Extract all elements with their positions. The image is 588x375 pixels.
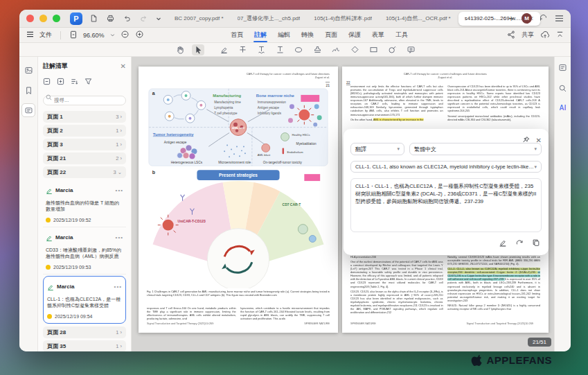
properties-panel-icon[interactable] [558,62,567,75]
squiggly-underline-tool-icon[interactable] [255,44,267,55]
menu-tab-1[interactable]: 註解 [251,28,270,42]
svg-text:CD7 CAR-T: CD7 CAR-T [283,203,301,207]
fit-page-icon[interactable] [69,30,78,40]
account-avatar[interactable]: M [522,13,532,24]
page-group-row[interactable]: 頁面 21 › [43,125,126,137]
close-window-button[interactable] [26,15,34,22]
menu-tab-7[interactable]: 工具 [392,28,411,42]
page-group-row[interactable]: 頁面 351 › [43,340,126,352]
bookmarks-panel-icon[interactable] [21,83,35,97]
panel-title: 註解清單 [43,62,68,71]
share-label[interactable]: 共享 [522,30,534,40]
page-group-row[interactable]: 頁面 212 › [43,152,126,164]
menu-tab-0[interactable]: 首頁 [227,28,247,42]
card-more-icon[interactable]: ••• [116,187,123,193]
sort-list-icon[interactable] [71,76,78,88]
card-more-icon[interactable]: ••• [116,234,123,241]
translation-popup: ✕ 翻譯▾ 繁體中文▾ CLL-1. CLL-1, also known as … [344,129,549,255]
zoom-out-icon[interactable] [121,30,130,40]
traffic-lights [26,15,60,22]
share-icon[interactable] [507,30,515,40]
new-tab-button[interactable]: + [505,12,517,25]
oval-tool-icon[interactable] [292,44,305,55]
svg-text:Present strategies: Present strategies [219,173,258,178]
main-menu-icon[interactable] [555,12,564,25]
highlight-color-dot [46,218,51,223]
copy-icon[interactable] [532,237,540,250]
highlight-color-dot [46,265,51,270]
document-tab[interactable]: 105(1-4)自然..._OCR.pdf * [380,12,457,26]
svg-text:Immunosuppression: Immunosuppression [258,101,286,104]
expand-all-icon[interactable] [57,76,64,88]
select-tool-icon[interactable] [192,44,204,55]
document-tab[interactable]: 105(1-4)自然科課本.pdf [308,12,378,26]
undo-icon[interactable] [123,14,132,23]
print-icon[interactable] [106,14,115,23]
filter-icon[interactable] [84,76,92,88]
search-input[interactable] [43,96,126,105]
document-tab[interactable]: 07_選修化學上..._ch5.pdf [231,12,307,26]
document-tab[interactable]: BC 2007_copy.pdf * [168,12,230,26]
pdf-view[interactable]: CAR-T cell therapy for cancer: current c… [132,57,554,351]
close-panel-icon[interactable]: ✕ [121,62,126,70]
annotation-card[interactable]: Marcia•••急性髓性白血病的特徵是 T 細胞的數量增加2025/12/19… [43,180,126,227]
svg-text:Heterogeneous LSCs: Heterogeneous LSCs [171,161,203,164]
underline-tool-icon[interactable] [274,44,286,55]
file-menu-icon[interactable] [26,31,34,39]
cloud-upload-icon[interactable] [540,30,550,40]
minimize-window-button[interactable] [39,15,47,22]
history-caret-icon[interactable] [156,16,161,21]
annotation-card[interactable]: Marcia•••CD33：唾液酸殘基刺激，約85%的急性髓性白血病（AML）病… [43,227,126,274]
page-group-row[interactable]: 頁面 13 › [43,111,126,123]
mode-select[interactable]: 翻譯▾ [350,143,404,155]
collapse-all-icon[interactable] [43,76,51,88]
highlight-annotation-icon [47,281,54,293]
annotations-panel-icon[interactable] [21,103,35,117]
ai-assistant-button[interactable]: AI [560,104,567,112]
highlight-action-icon[interactable] [499,237,507,250]
zoom-window-button[interactable] [53,15,60,22]
pin-icon[interactable] [522,134,530,146]
thumbnails-panel-icon[interactable] [21,63,35,77]
stamp-tool-icon[interactable] [311,44,323,55]
strikethrough-tool-icon[interactable] [236,44,249,55]
page-group-row[interactable]: 頁面 281 › [43,326,126,338]
redo-icon[interactable] [139,14,148,23]
chevron-down-icon: ▾ [397,146,400,152]
collapse-toolbar-icon[interactable] [556,31,564,40]
freehand-tool-icon[interactable] [386,44,398,55]
refresh-icon[interactable] [515,237,524,250]
annotation-list-panel: 註解清單 ✕ 頁面 13 ›頁面 21 ›頁面 31 ›頁面 212 ›頁面 2… [38,57,132,351]
svg-text:a: a [152,91,155,96]
zoom-caret-icon[interactable] [110,32,115,39]
zoom-level-value[interactable]: 96.60% [83,32,105,39]
close-popup-icon[interactable]: ✕ [536,137,542,144]
open-document-icon[interactable] [89,14,98,23]
page-group-row[interactable]: 頁面 223 ⌄ [43,166,126,178]
shape-tool-icon[interactable] [348,44,361,55]
menu-tab-2[interactable]: 編輯 [274,28,294,42]
source-text-field[interactable]: CLL-1. CLL-1, also known as CLEC12A, mye… [350,161,542,173]
menu-tab-4[interactable]: 頁面 [321,28,341,42]
desktop: APPLEFANS P BC 2007_copy.pdf *07_選修化學上..… [0,0,588,375]
divider [60,31,61,40]
page-group-row[interactable]: 頁面 31 › [43,139,126,150]
menu-tab-3[interactable]: 轉換 [298,28,317,42]
zoom-in-icon[interactable] [135,30,144,40]
highlight-tool-icon[interactable] [217,44,230,55]
rectangle-tool-icon[interactable] [367,44,380,55]
annotation-search [43,92,126,105]
signature-tool-icon[interactable] [330,44,342,55]
svg-text:b: b [152,170,155,175]
search-document-icon[interactable] [558,83,567,96]
card-more-icon[interactable]: ••• [114,284,122,290]
menu-tab-6[interactable]: 表單 [368,28,388,42]
translation-result[interactable]: CLL-1・CLL-1，也稱為CLEC12A，是一種髓系抑制性C型凝集素樣受體，… [350,178,542,232]
note-tool-icon[interactable] [404,44,417,55]
figure-1: a Manufacturing Manufacturing time Lymph… [147,87,330,288]
sync-icon[interactable] [539,12,548,25]
file-menu-label[interactable]: 文件 [39,30,52,40]
menu-tab-5[interactable]: 保護 [345,28,364,42]
hand-tool-icon[interactable] [173,44,186,55]
annotation-card[interactable]: Marcia•••CLL-1：也稱為CLEC12A，是一種髓系抑制性C型凝集素樣… [43,276,126,324]
